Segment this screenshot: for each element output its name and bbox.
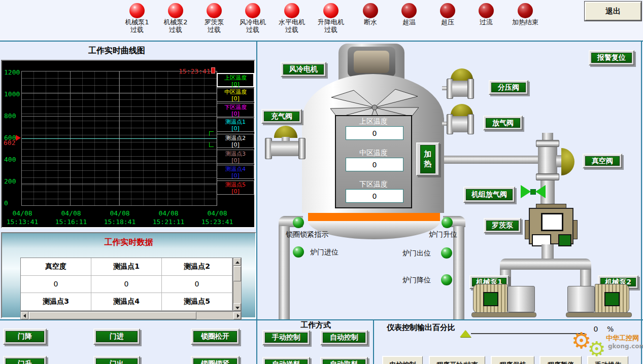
table-header: 测温点1 <box>91 258 162 276</box>
y-tick: 1000 <box>4 90 22 98</box>
cursor-value-label: 602 <box>4 139 15 147</box>
mech-pump2-cylinder <box>567 286 595 312</box>
trend-line <box>22 138 217 139</box>
unit-vent-valve-button[interactable]: 机组放气阀 <box>463 187 515 203</box>
alarm-over-current: 过流 <box>464 3 508 26</box>
table-cell: 0 <box>162 276 232 294</box>
legend-item-probe3[interactable]: 测温点3[0] <box>217 150 254 164</box>
legend-item-probe4[interactable]: 测温点4[0] <box>217 165 254 179</box>
plot-area[interactable] <box>21 71 217 206</box>
door-in-button[interactable]: 门进 <box>93 329 140 345</box>
lock-ring-indicator-lamp-icon <box>293 217 304 228</box>
heat-button[interactable]: 加热 <box>416 142 439 176</box>
upper-temp-value[interactable]: 0 <box>346 126 403 140</box>
alarm-lamp-icon <box>245 3 260 18</box>
door-down-button[interactable]: 门降 <box>3 329 47 345</box>
lock-ring-tighten-button[interactable]: 锁圈锁紧 <box>191 356 240 364</box>
vscroll-thumb[interactable] <box>233 266 241 281</box>
valve-flange <box>467 79 474 99</box>
table-vscrollbar[interactable] <box>233 258 242 311</box>
valve-body <box>452 116 468 132</box>
door-in-indicator-label: 炉门进位 <box>310 248 351 257</box>
scroll-right-button[interactable] <box>233 312 241 319</box>
scroll-up-button[interactable] <box>233 258 241 266</box>
program-start-end-button[interactable]: 程序开始/结束 <box>429 356 485 364</box>
program-pause-button[interactable]: 程序暂停 <box>539 356 582 364</box>
table-hscrollbar[interactable] <box>20 311 242 320</box>
auto-control-button[interactable]: 自动控制 <box>320 330 368 345</box>
lock-ring-release-button[interactable]: 锁圈松开 <box>191 329 240 345</box>
valve-body <box>271 141 299 156</box>
meter-unit: % <box>607 325 614 333</box>
upper-temp-label: 上区温度 <box>336 117 411 126</box>
vacuum-valve-button[interactable]: 真空阀 <box>583 154 622 168</box>
pressure-divide-valve-button[interactable]: 分压阀 <box>489 80 528 95</box>
unit-vent-valve-icon[interactable] <box>521 185 531 198</box>
furnace-control-button[interactable]: 电炉控制 <box>382 356 423 364</box>
lower-temp-value[interactable]: 0 <box>346 189 403 203</box>
charge-valve-button[interactable]: 充气阀 <box>261 109 302 124</box>
meter-slider-thumb[interactable] <box>460 330 471 337</box>
alarm-lamp-icon <box>518 3 533 18</box>
scroll-down-button[interactable] <box>233 303 241 311</box>
fan-motor-button[interactable]: 风冷电机 <box>281 62 326 77</box>
door-down-indicator-label: 炉门降位 <box>402 276 442 285</box>
watermark-url: gkong.com <box>608 343 643 350</box>
lower-temp-label: 下区温度 <box>336 180 411 189</box>
mech-pump1-base <box>471 312 536 317</box>
y-tick: 800 <box>4 112 22 120</box>
vent-valve-button[interactable]: 放气阀 <box>483 116 523 130</box>
roots-pump-button[interactable]: 罗茨泵 <box>484 218 521 233</box>
data-panel-title: 工作实时数据 <box>2 237 255 248</box>
table-cell: 0 <box>21 276 91 294</box>
lock-ring-indicator-label: 锁圈锁紧指示 <box>286 230 352 239</box>
legend-item-lower-temp[interactable]: 下区温度[0] <box>217 103 254 117</box>
x-tick: 04/0815:21:11 <box>146 209 191 226</box>
auto-unload-button[interactable]: 自动取料 <box>320 357 368 364</box>
door-out-indicator-lamp-icon <box>441 247 452 259</box>
alarm-heating-end: 加热结束 <box>503 3 547 26</box>
door-up-indicator-lamp-icon <box>442 217 453 228</box>
vacuum-valve-icon[interactable] <box>561 148 574 175</box>
legend-item-middle-temp[interactable]: 中区温度[0] <box>217 88 254 102</box>
y-tick: 0 <box>4 199 22 207</box>
middle-temp-value[interactable]: 0 <box>346 158 403 171</box>
alarm-lamp-icon <box>168 3 183 18</box>
alarm-reset-button[interactable]: 报警复位 <box>589 50 634 65</box>
hscroll-thumb[interactable] <box>29 312 196 319</box>
x-tick: 04/0815:13:41 <box>0 209 45 226</box>
legend-item-upper-temp[interactable]: 上区温度[0] <box>217 73 254 87</box>
work-mode-title: 工作方式 <box>258 320 374 330</box>
furnace-left-leg-pipe <box>279 226 290 319</box>
door-up-button[interactable]: 门升 <box>3 356 47 364</box>
door-down-indicator-lamp-icon <box>441 274 452 285</box>
scroll-left-button[interactable] <box>21 312 28 319</box>
table-header: 测温点3 <box>21 293 91 311</box>
x-tick: 04/0815:23:41 <box>194 209 240 226</box>
alarm-horizontal-motor-overload: 水平电机 过载 <box>270 3 314 33</box>
manual-control-button[interactable]: 手动控制 <box>262 330 310 345</box>
meter-slider-track[interactable] <box>471 333 585 334</box>
alarm-lamp-icon <box>129 3 145 18</box>
alarm-lamp-icon <box>401 3 417 18</box>
cursor-flag-icon <box>16 135 21 141</box>
program-hold-button[interactable]: 程序保持 <box>491 356 534 364</box>
table-header: 测温点4 <box>91 293 162 311</box>
table-header: 测温点2 <box>162 258 232 276</box>
legend-item-probe1[interactable]: 测温点1[0] <box>217 118 254 132</box>
watermark-brand: 中华工控网 <box>606 334 639 343</box>
timestamp-marker-icon <box>211 67 215 74</box>
door-out-button[interactable]: 门出 <box>93 356 140 364</box>
auto-feed-button[interactable]: 自动送料 <box>262 357 310 364</box>
charge-valve-icon[interactable] <box>274 126 297 138</box>
vacuum-line-pipe <box>444 156 546 164</box>
legend-item-probe5[interactable]: 测温点5[0] <box>217 180 254 195</box>
legend-item-probe2[interactable]: 测温点2[0] <box>217 134 254 148</box>
alarm-fan-motor-overload: 风冷电机 过载 <box>231 3 275 33</box>
alarm-mech-pump2-overload: 机械泵2 过载 <box>154 3 197 33</box>
data-table: 真空度 测温点1 测温点2 0 0 0 测温点3 测温点4 测温点5 <box>20 258 233 311</box>
y-tick: 200 <box>4 177 22 185</box>
exit-button[interactable]: 退出 <box>585 2 641 21</box>
furnace-right-leg-pipe <box>453 226 464 319</box>
unit-vent-valve-icon[interactable] <box>535 185 546 198</box>
